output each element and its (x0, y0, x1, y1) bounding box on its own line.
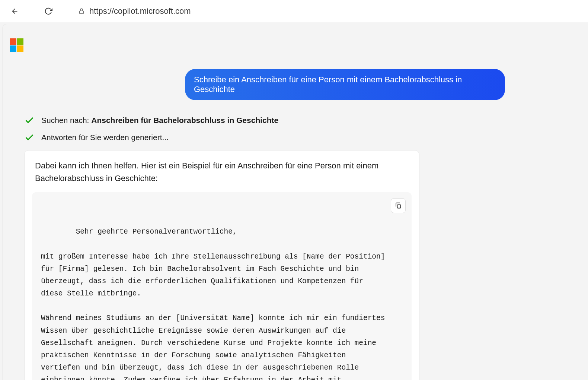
status-searching: Suchen nach: Anschreiben für Bachelorabs… (24, 115, 509, 126)
chat-container: Schreibe ein Anschreiben für eine Person… (10, 35, 509, 380)
svg-rect-0 (80, 11, 84, 14)
check-icon (24, 115, 35, 126)
response-intro: Dabei kann ich Ihnen helfen. Hier ist ei… (25, 159, 419, 192)
back-icon (11, 7, 19, 15)
user-message-row: Schreibe ein Anschreiben für eine Person… (10, 69, 509, 100)
user-message-bubble: Schreibe ein Anschreiben für eine Person… (185, 69, 505, 100)
browser-toolbar: https://copilot.microsoft.com (0, 0, 588, 22)
check-icon (24, 132, 35, 143)
copy-code-button[interactable] (391, 198, 406, 213)
lock-icon (78, 8, 85, 15)
url-bar[interactable]: https://copilot.microsoft.com (63, 6, 581, 16)
url-text: https://copilot.microsoft.com (89, 6, 191, 16)
refresh-button[interactable] (41, 4, 56, 19)
status-searching-prefix: Suchen nach: (41, 116, 91, 124)
status-generating: Antworten für Sie werden generiert... (24, 132, 509, 143)
copy-icon (394, 202, 402, 209)
back-button[interactable] (7, 4, 22, 19)
letter-text: Sehr geehrte Personalverantwortliche, mi… (41, 228, 389, 380)
microsoft-logo[interactable] (10, 38, 23, 52)
response-card: Dabei kann ich Ihnen helfen. Hier ist ei… (24, 150, 419, 380)
refresh-icon (44, 7, 52, 15)
letter-code-block: Sehr geehrte Personalverantwortliche, mi… (32, 192, 412, 380)
status-generating-text: Antworten für Sie werden generiert... (41, 133, 169, 142)
svg-rect-1 (397, 205, 401, 208)
page-content: Schreibe ein Anschreiben für eine Person… (2, 24, 588, 380)
status-searching-query: Anschreiben für Bachelorabschluss in Ges… (91, 116, 278, 124)
